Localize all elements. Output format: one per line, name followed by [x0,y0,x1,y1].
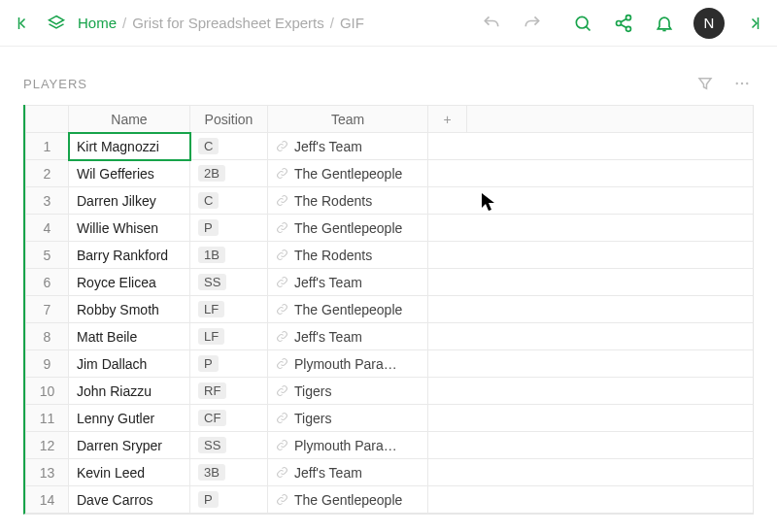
cell-name[interactable]: Willie Whisen [69,215,190,242]
collapse-left-icon[interactable] [12,12,35,35]
cell-position[interactable]: LF [190,296,268,323]
cell-empty[interactable] [428,459,754,486]
filter-icon[interactable] [693,72,717,95]
cell-name[interactable]: Royce Elicea [69,269,190,296]
cell-position[interactable]: P [190,486,268,514]
cell-team[interactable]: The Gentlepeople [268,296,428,323]
search-icon[interactable] [571,12,594,35]
cell-team[interactable]: The Gentlepeople [268,215,428,242]
cell-team[interactable]: The Gentlepeople [268,486,428,514]
cell-name[interactable]: Wil Gefferies [69,160,190,187]
cell-name[interactable]: John Riazzu [69,378,190,405]
cell-name[interactable]: Matt Beile [69,323,190,350]
table-row[interactable]: 5Barry Rankford1BThe Rodents [26,242,754,269]
cell-empty[interactable] [428,242,754,269]
row-number[interactable]: 1 [26,133,69,160]
cell-name[interactable]: Barry Rankford [69,242,190,269]
cell-position[interactable]: P [190,215,268,242]
table-row[interactable]: 14Dave CarrosPThe Gentlepeople [26,486,754,514]
row-number[interactable]: 13 [26,459,69,486]
column-header-position[interactable]: Position [190,106,268,133]
cell-team[interactable]: Jeff's Team [268,133,428,160]
row-number[interactable]: 10 [26,378,69,405]
cell-empty[interactable] [428,432,754,459]
row-number[interactable]: 12 [26,432,69,459]
row-number[interactable]: 7 [26,296,69,323]
table-row[interactable]: 13Kevin Leed3BJeff's Team [26,459,754,486]
row-number[interactable]: 4 [26,215,69,242]
row-number-header[interactable] [26,106,69,133]
add-column-button[interactable]: + [428,106,467,133]
table-row[interactable]: 10John RiazzuRFTigers [26,378,754,405]
cell-position[interactable]: C [190,187,268,215]
column-header-team[interactable]: Team [268,106,428,133]
cell-team[interactable]: The Rodents [268,187,428,215]
bell-icon[interactable] [653,12,676,35]
cell-team[interactable]: Tigers [268,405,428,432]
cell-empty[interactable] [428,350,754,378]
cell-empty[interactable] [428,378,754,405]
table-row[interactable]: 6Royce EliceaSSJeff's Team [26,269,754,296]
table-row[interactable]: 11Lenny GutlerCFTigers [26,405,754,432]
collapse-right-icon[interactable] [742,12,765,35]
data-grid[interactable]: Name Position Team + 1Kirt MagnozziCJeff… [23,105,754,515]
layers-icon[interactable] [45,12,68,35]
cell-name[interactable]: Dave Carros [69,486,190,514]
cell-team[interactable]: Jeff's Team [268,459,428,486]
cell-position[interactable]: RF [190,378,268,405]
row-number[interactable]: 2 [26,160,69,187]
table-row[interactable]: 2Wil Gefferies2BThe Gentlepeople [26,160,754,187]
cell-position[interactable]: 1B [190,242,268,269]
table-row[interactable]: 7Robby SmothLFThe Gentlepeople [26,296,754,323]
cell-name[interactable]: Kevin Leed [69,459,190,486]
cell-name[interactable]: Robby Smoth [69,296,190,323]
table-row[interactable]: 12Darren SryperSSPlymouth Para… [26,432,754,459]
cell-empty[interactable] [428,405,754,432]
cell-empty[interactable] [428,133,754,160]
cell-name[interactable]: Darren Sryper [69,432,190,459]
avatar[interactable]: N [693,8,725,39]
row-number[interactable]: 8 [26,323,69,350]
row-number[interactable]: 5 [26,242,69,269]
cell-team[interactable]: The Gentlepeople [268,160,428,187]
breadcrumb-item-1[interactable]: Grist for Spreadsheet Experts [132,15,324,31]
cell-empty[interactable] [428,269,754,296]
table-row[interactable]: 3Darren JilkeyCThe Rodents [26,187,754,215]
cell-name[interactable]: Lenny Gutler [69,405,190,432]
breadcrumb-home[interactable]: Home [78,15,117,31]
cell-empty[interactable] [428,486,754,514]
row-number[interactable]: 6 [26,269,69,296]
cell-team[interactable]: Jeff's Team [268,269,428,296]
cell-name[interactable]: Kirt Magnozzi [69,133,190,160]
cell-position[interactable]: SS [190,432,268,459]
cell-empty[interactable] [428,215,754,242]
cell-team[interactable]: Tigers [268,378,428,405]
table-row[interactable]: 1Kirt MagnozziCJeff's Team [26,133,754,160]
row-number[interactable]: 3 [26,187,69,215]
more-icon[interactable] [730,72,754,95]
cell-position[interactable]: LF [190,323,268,350]
cell-empty[interactable] [428,323,754,350]
cell-empty[interactable] [428,296,754,323]
cell-position[interactable]: CF [190,405,268,432]
share-icon[interactable] [612,12,635,35]
cell-team[interactable]: The Rodents [268,242,428,269]
cell-position[interactable]: 2B [190,160,268,187]
breadcrumb-item-2[interactable]: GIF [340,15,364,31]
cell-position[interactable]: P [190,350,268,378]
cell-name[interactable]: Darren Jilkey [69,187,190,215]
table-row[interactable]: 4Willie WhisenPThe Gentlepeople [26,215,754,242]
row-number[interactable]: 11 [26,405,69,432]
redo-icon[interactable] [521,12,544,35]
cell-team[interactable]: Jeff's Team [268,323,428,350]
undo-icon[interactable] [480,12,503,35]
cell-empty[interactable] [428,187,754,215]
cell-empty[interactable] [428,160,754,187]
table-row[interactable]: 8Matt BeileLFJeff's Team [26,323,754,350]
table-row[interactable]: 9Jim DallachPPlymouth Para… [26,350,754,378]
row-number[interactable]: 14 [26,486,69,514]
cell-position[interactable]: C [190,133,268,160]
column-header-name[interactable]: Name [69,106,190,133]
cell-team[interactable]: Plymouth Para… [268,432,428,459]
cell-position[interactable]: SS [190,269,268,296]
